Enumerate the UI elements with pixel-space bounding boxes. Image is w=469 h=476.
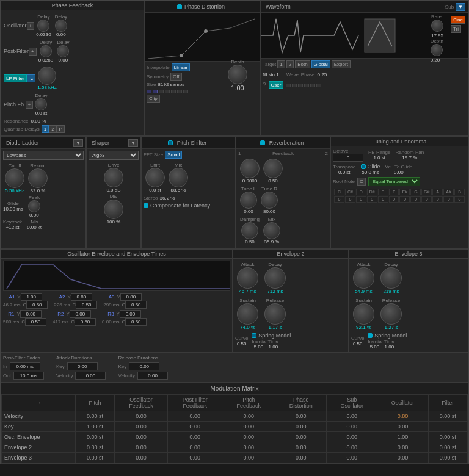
rev-fb2-knob[interactable]	[263, 159, 283, 178]
note-c[interactable]: C	[334, 189, 344, 195]
lp-filter-btn[interactable]: LP Filter	[4, 74, 27, 82]
pff-in-input[interactable]	[10, 362, 40, 370]
a3-c-input[interactable]	[125, 301, 147, 309]
note-as[interactable]: A#	[443, 189, 454, 195]
mm-env2-pitch[interactable]: 0.00 st	[75, 442, 114, 453]
user-btn[interactable]: User	[269, 81, 284, 89]
rd-key-input[interactable]	[129, 362, 159, 370]
dl-peak-knob[interactable]	[28, 200, 40, 212]
ps-fft-btn[interactable]: Small	[165, 151, 182, 159]
mm-env3-osc-fb[interactable]: 0.00	[115, 453, 168, 463]
wf-sub-btn[interactable]: ▼	[456, 3, 465, 11]
env2-release-knob[interactable]	[264, 303, 286, 325]
quantize-p-btn[interactable]: P	[57, 125, 65, 133]
pd-depth-knob[interactable]	[228, 65, 247, 84]
tri-btn[interactable]: Tri	[451, 25, 461, 33]
rev-tuneR-knob[interactable]	[261, 192, 278, 209]
env2-decay-knob[interactable]	[264, 267, 286, 289]
mm-oscenv-filter[interactable]: 0.00 st	[428, 432, 467, 442]
ad-key-input[interactable]	[67, 362, 98, 370]
tp-glide-led[interactable]	[361, 164, 366, 169]
mm-vel-sub-osc[interactable]: 0.00	[327, 411, 377, 422]
dl-reson-knob[interactable]	[28, 168, 48, 188]
dl-arrow-btn[interactable]: ▼	[73, 139, 83, 147]
note-as-val[interactable]: 0	[443, 196, 454, 203]
mm-oscenv-sub-osc[interactable]: 0.00	[327, 432, 377, 442]
mm-key-phase-dist[interactable]: 0.00	[275, 422, 327, 432]
mm-key-sub-osc[interactable]: 0.00	[327, 422, 377, 432]
rev-tuneL-knob[interactable]	[240, 192, 257, 209]
rev-fb1-knob[interactable]	[240, 159, 260, 178]
seg-bar-7[interactable]	[183, 90, 188, 93]
env3-release-knob[interactable]	[380, 303, 402, 325]
target-both-btn[interactable]: Both	[295, 60, 310, 68]
pitch-fb-add-btn[interactable]: +	[26, 101, 34, 109]
quantize-1-btn[interactable]: 1	[42, 125, 49, 133]
tp-temper-select[interactable]: Equal Tempered	[368, 177, 420, 186]
target-1-btn[interactable]: 1	[277, 60, 285, 68]
mm-vel-osc[interactable]: 0.80	[377, 411, 428, 422]
ps-shift-knob[interactable]	[145, 168, 165, 187]
shaper-arrow-btn[interactable]: ▼	[128, 139, 138, 147]
note-a[interactable]: A	[432, 189, 443, 195]
note-gs-val[interactable]: 0	[421, 196, 432, 203]
osc-delay2-knob[interactable]	[55, 20, 67, 32]
shaper-algo-select[interactable]: Algo3	[89, 151, 139, 160]
seg-bar-6[interactable]	[177, 90, 182, 93]
ps-compensate-led[interactable]	[144, 203, 148, 208]
note-f-val[interactable]: 0	[389, 196, 399, 203]
note-f[interactable]: F	[389, 189, 399, 195]
mm-key-filter[interactable]: —	[428, 422, 467, 432]
note-fs-val[interactable]: 0	[399, 196, 410, 203]
note-b-val[interactable]: 0	[454, 196, 465, 203]
seg-bar-4[interactable]	[165, 90, 170, 93]
export-btn[interactable]: Export	[332, 60, 351, 68]
r3-y-input[interactable]	[120, 310, 141, 318]
mm-vel-filter[interactable]: 0.00 st	[428, 411, 467, 422]
note-g[interactable]: G	[410, 189, 421, 195]
wf-seg-5[interactable]	[310, 84, 315, 87]
env3-attack-knob[interactable]	[353, 267, 374, 289]
mm-vel-pitch[interactable]: 0.00 st	[75, 411, 114, 422]
note-d[interactable]: D	[356, 189, 366, 195]
mm-env3-pitch[interactable]: 0.00 st	[75, 453, 114, 463]
seg-bar-1[interactable]	[147, 90, 151, 93]
mm-key-osc[interactable]: 0.00	[377, 422, 428, 432]
pd-led[interactable]	[177, 4, 182, 9]
ad-vel-input[interactable]	[75, 372, 106, 380]
mm-oscenv-osc[interactable]: 1.00	[377, 432, 428, 442]
dl-type-select[interactable]: Lowpass	[3, 151, 84, 160]
r2-c-input[interactable]	[75, 318, 96, 326]
r2-y-input[interactable]	[70, 310, 91, 318]
a2-y-input[interactable]	[71, 293, 92, 301]
mm-env2-pitch-fb[interactable]: 0.00	[222, 442, 275, 453]
osc-add-btn[interactable]: +	[27, 22, 35, 30]
pd-symmetry-btn[interactable]: Off	[170, 73, 182, 81]
mm-vel-pf-fb[interactable]: 0.00	[167, 411, 222, 422]
sine-btn[interactable]: Sine	[451, 16, 465, 24]
r1-y-input[interactable]	[20, 310, 42, 318]
mm-oscenv-phase-dist[interactable]: 0.00	[275, 432, 327, 442]
mm-vel-phase-dist[interactable]: 0.00	[275, 411, 327, 422]
pff-out-input[interactable]	[13, 372, 44, 380]
note-ds[interactable]: D#	[367, 189, 377, 195]
dl-cutoff-knob[interactable]	[5, 168, 24, 188]
env3-sustain-knob[interactable]	[353, 303, 374, 325]
mm-env3-filter[interactable]: 0.00 st	[428, 453, 467, 463]
mm-env2-phase-dist[interactable]: 0.00	[275, 442, 327, 453]
wf-depth-knob[interactable]	[431, 44, 443, 56]
rd-vel-input[interactable]	[137, 372, 168, 380]
lp-freq-knob[interactable]	[38, 67, 56, 85]
a1-c-input[interactable]	[26, 301, 48, 309]
post-filter-add-btn[interactable]: +	[29, 48, 37, 56]
ps-mix-knob[interactable]	[169, 168, 188, 187]
mm-vel-pitch-fb[interactable]: 0.00	[222, 411, 275, 422]
note-e-val[interactable]: 0	[378, 196, 388, 203]
mm-env2-osc[interactable]: 0.00	[377, 442, 428, 453]
r3-c-input[interactable]	[125, 318, 147, 326]
pitch-fb-delay-knob[interactable]	[35, 98, 47, 110]
mm-env3-phase-dist[interactable]: 0.00	[275, 453, 327, 463]
wf-seg-3[interactable]	[298, 84, 303, 87]
mm-oscenv-pitch-fb[interactable]: 0.00	[222, 432, 275, 442]
pf-delay2-knob[interactable]	[57, 45, 69, 57]
